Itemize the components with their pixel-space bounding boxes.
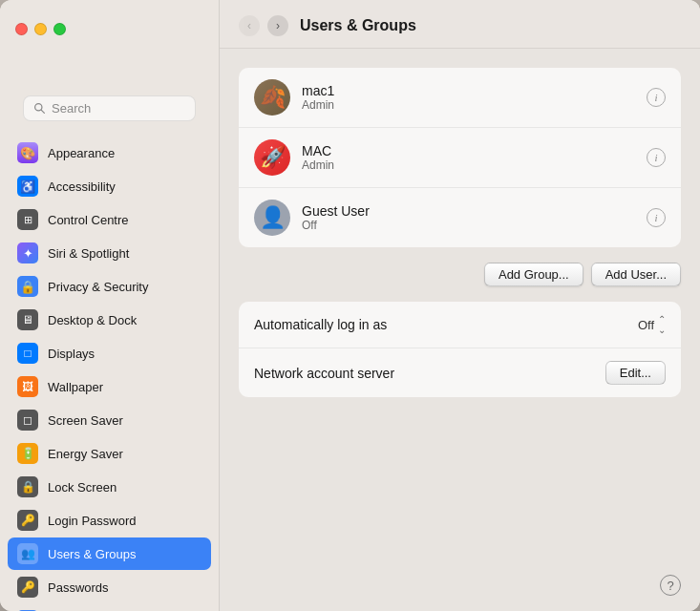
close-button[interactable]	[15, 23, 28, 35]
user-info-mac1: mac1 Admin	[302, 83, 635, 112]
add-buttons-row: Add Group... Add User...	[239, 263, 681, 286]
back-button[interactable]: ‹	[239, 15, 260, 36]
sidebar-item-label: Lock Screen	[48, 480, 117, 495]
energy-icon: 🔋	[17, 443, 38, 464]
sidebar: 🎨 Appearance ♿ Accessibility ⊞ Control C…	[0, 0, 220, 611]
sidebar-item-label: Privacy & Security	[48, 280, 148, 294]
maximize-button[interactable]	[53, 23, 66, 35]
user-name: Guest User	[302, 203, 635, 219]
user-row-mac1[interactable]: 🍂 mac1 Admin i	[239, 68, 681, 128]
user-role: Admin	[302, 158, 635, 172]
sidebar-item-label: Desktop & Dock	[48, 313, 137, 327]
sidebar-item-lockscreen[interactable]: 🔒 Lock Screen	[8, 471, 211, 503]
svg-line-1	[41, 110, 44, 113]
sidebar-item-label: Accessibility	[48, 179, 116, 194]
sidebar-item-label: Control Centre	[48, 213, 129, 227]
forward-button[interactable]: ›	[267, 15, 288, 36]
search-icon	[33, 102, 46, 115]
sidebar-item-label: Screen Saver	[48, 413, 123, 428]
page-title: Users & Groups	[300, 17, 416, 34]
user-info-guest: Guest User Off	[302, 203, 635, 232]
sidebar-item-label: Users & Groups	[48, 547, 136, 561]
sidebar-item-appearance[interactable]: 🎨 Appearance	[8, 137, 211, 169]
user-row-mac[interactable]: 🚀 MAC Admin i	[239, 128, 681, 188]
sidebar-item-label: Appearance	[48, 146, 115, 160]
sidebar-item-label: Passwords	[48, 580, 109, 595]
sidebar-item-label: Siri & Spotlight	[48, 246, 129, 261]
sidebar-item-control-centre[interactable]: ⊞ Control Centre	[8, 203, 211, 236]
minimize-button[interactable]	[34, 23, 47, 35]
sidebar-item-energy[interactable]: 🔋 Energy Saver	[8, 437, 211, 470]
sidebar-items: 🎨 Appearance ♿ Accessibility ⊞ Control C…	[0, 137, 219, 611]
setting-row-network: Network account server Edit...	[239, 348, 681, 397]
sidebar-item-loginpwd[interactable]: 🔑 Login Password	[8, 504, 211, 537]
auto-login-text: Off	[638, 318, 654, 332]
sidebar-item-label: Login Password	[48, 514, 137, 528]
sidebar-item-displays[interactable]: □ Displays	[8, 337, 211, 369]
settings-section: Automatically log in as Off ⌃⌄ Network a…	[239, 302, 681, 397]
appearance-icon: 🎨	[17, 142, 38, 163]
main-header: ‹ › Users & Groups	[220, 0, 700, 49]
setting-row-autologin: Automatically log in as Off ⌃⌄	[239, 302, 681, 348]
auto-login-value[interactable]: Off ⌃⌄	[638, 314, 666, 335]
sidebar-item-label: Displays	[48, 347, 95, 361]
siri-icon: ✦	[17, 242, 38, 263]
search-input[interactable]	[52, 101, 185, 116]
displays-icon: □	[17, 343, 38, 364]
sidebar-item-label: Wallpaper	[48, 380, 103, 394]
passwords-icon: 🔑	[17, 577, 38, 598]
user-name: MAC	[302, 143, 635, 158]
traffic-lights	[15, 23, 66, 35]
add-group-button[interactable]: Add Group...	[484, 263, 583, 286]
help-button[interactable]: ?	[660, 575, 681, 596]
user-avatar-guest: 👤	[254, 200, 290, 236]
user-row-guest[interactable]: 👤 Guest User Off i	[239, 188, 681, 247]
sidebar-item-desktop[interactable]: 🖥 Desktop & Dock	[8, 304, 211, 336]
sidebar-item-passwords[interactable]: 🔑 Passwords	[8, 571, 211, 603]
users-list: 🍂 mac1 Admin i 🚀 MAC Admin	[239, 68, 681, 247]
loginpwd-icon: 🔑	[17, 510, 38, 531]
sidebar-item-siri[interactable]: ✦ Siri & Spotlight	[8, 237, 211, 269]
edit-network-button[interactable]: Edit...	[605, 361, 666, 385]
sidebar-item-accessibility[interactable]: ♿ Accessibility	[8, 170, 211, 202]
user-info-button-guest[interactable]: i	[647, 208, 666, 227]
users-icon: 👥	[17, 543, 38, 564]
sidebar-item-users[interactable]: 👥 Users & Groups	[8, 537, 211, 570]
sidebar-item-screensaver[interactable]: ◻ Screen Saver	[8, 404, 211, 436]
setting-label: Automatically log in as	[254, 317, 626, 332]
sidebar-item-label: Energy Saver	[48, 447, 123, 461]
privacy-icon: 🔒	[17, 276, 38, 297]
sidebar-item-wallpaper[interactable]: 🖼 Wallpaper	[8, 370, 211, 403]
user-role: Off	[302, 219, 635, 232]
main-panel: ‹ › Users & Groups 🍂 mac1 Admin i	[220, 0, 700, 611]
add-user-button[interactable]: Add User...	[591, 263, 681, 286]
wallpaper-icon: 🖼	[17, 376, 38, 397]
stepper-chevron: ⌃⌄	[658, 314, 666, 335]
control-centre-icon: ⊞	[17, 209, 38, 230]
accessibility-icon: ♿	[17, 176, 38, 197]
user-avatar-mac1: 🍂	[254, 79, 290, 116]
search-box[interactable]	[23, 95, 196, 121]
main-content: 🍂 mac1 Admin i 🚀 MAC Admin	[220, 49, 700, 611]
sidebar-item-privacy[interactable]: 🔒 Privacy & Security	[8, 270, 211, 303]
screensaver-icon: ◻	[17, 410, 38, 431]
sidebar-item-internet[interactable]: @ Internet Accounts	[8, 604, 211, 611]
user-role: Admin	[302, 98, 635, 112]
desktop-icon: 🖥	[17, 309, 38, 330]
user-avatar-mac: 🚀	[254, 139, 290, 176]
user-info-mac: MAC Admin	[302, 143, 635, 172]
setting-label: Network account server	[254, 366, 594, 381]
user-name: mac1	[302, 83, 635, 98]
lockscreen-icon: 🔒	[17, 476, 38, 497]
user-info-button-mac[interactable]: i	[647, 148, 666, 167]
user-info-button-mac1[interactable]: i	[647, 88, 666, 107]
